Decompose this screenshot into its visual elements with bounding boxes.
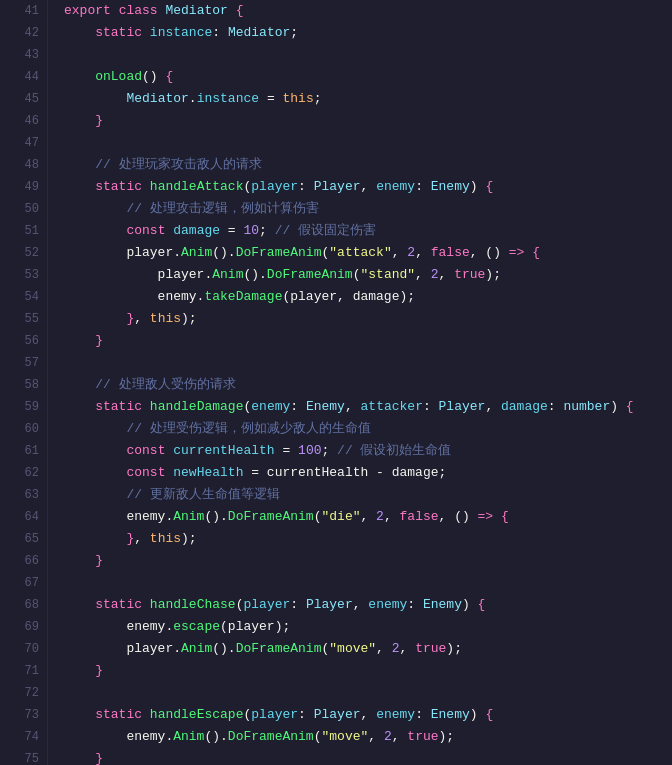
line-num-53: 53 (0, 264, 39, 286)
line-num-71: 71 (0, 660, 39, 682)
code-line-75: } (64, 748, 672, 765)
code-line-69: enemy.escape(player); (64, 616, 672, 638)
line-num-47: 47 (0, 132, 39, 154)
code-line-55: }, this); (64, 308, 672, 330)
code-line-74: enemy.Anim().DoFrameAnim("move", 2, true… (64, 726, 672, 748)
line-num-64: 64 (0, 506, 39, 528)
code-line-49: static handleAttack(player: Player, enem… (64, 176, 672, 198)
code-line-59: static handleDamage(enemy: Enemy, attack… (64, 396, 672, 418)
code-line-42: static instance: Mediator; (64, 22, 672, 44)
code-line-67 (64, 572, 672, 594)
line-num-55: 55 (0, 308, 39, 330)
code-line-65: }, this); (64, 528, 672, 550)
line-num-54: 54 (0, 286, 39, 308)
line-num-63: 63 (0, 484, 39, 506)
line-num-48: 48 (0, 154, 39, 176)
line-num-41: 41 (0, 0, 39, 22)
line-num-60: 60 (0, 418, 39, 440)
code-line-45: Mediator.instance = this; (64, 88, 672, 110)
line-num-70: 70 (0, 638, 39, 660)
line-num-46: 46 (0, 110, 39, 132)
line-num-74: 74 (0, 726, 39, 748)
line-number-gutter: 41 42 43 44 45 46 47 48 49 50 51 52 53 5… (0, 0, 48, 765)
line-num-69: 69 (0, 616, 39, 638)
code-line-72 (64, 682, 672, 704)
line-num-68: 68 (0, 594, 39, 616)
code-content: export class Mediator { static instance:… (48, 0, 672, 765)
code-line-56: } (64, 330, 672, 352)
code-line-58: // 处理敌人受伤的请求 (64, 374, 672, 396)
line-num-66: 66 (0, 550, 39, 572)
line-num-56: 56 (0, 330, 39, 352)
code-line-51: const damage = 10; // 假设固定伤害 (64, 220, 672, 242)
code-line-62: const newHealth = currentHealth - damage… (64, 462, 672, 484)
code-line-46: } (64, 110, 672, 132)
line-num-58: 58 (0, 374, 39, 396)
line-num-67: 67 (0, 572, 39, 594)
code-line-66: } (64, 550, 672, 572)
line-num-52: 52 (0, 242, 39, 264)
line-num-50: 50 (0, 198, 39, 220)
code-line-50: // 处理攻击逻辑，例如计算伤害 (64, 198, 672, 220)
line-num-44: 44 (0, 66, 39, 88)
code-line-41: export class Mediator { (64, 0, 672, 22)
line-num-62: 62 (0, 462, 39, 484)
line-num-72: 72 (0, 682, 39, 704)
line-num-73: 73 (0, 704, 39, 726)
code-line-61: const currentHealth = 100; // 假设初始生命值 (64, 440, 672, 462)
line-num-61: 61 (0, 440, 39, 462)
line-num-43: 43 (0, 44, 39, 66)
code-line-68: static handleChase(player: Player, enemy… (64, 594, 672, 616)
code-line-47 (64, 132, 672, 154)
code-line-57 (64, 352, 672, 374)
line-num-51: 51 (0, 220, 39, 242)
line-num-49: 49 (0, 176, 39, 198)
code-line-53: player.Anim().DoFrameAnim("stand", 2, tr… (64, 264, 672, 286)
line-num-45: 45 (0, 88, 39, 110)
code-line-52: player.Anim().DoFrameAnim("attack", 2, f… (64, 242, 672, 264)
line-num-59: 59 (0, 396, 39, 418)
code-line-44: onLoad() { (64, 66, 672, 88)
code-line-43 (64, 44, 672, 66)
code-line-73: static handleEscape(player: Player, enem… (64, 704, 672, 726)
code-editor: 41 42 43 44 45 46 47 48 49 50 51 52 53 5… (0, 0, 672, 765)
code-line-48: // 处理玩家攻击敌人的请求 (64, 154, 672, 176)
line-num-42: 42 (0, 22, 39, 44)
line-num-75: 75 (0, 748, 39, 765)
code-line-60: // 处理受伤逻辑，例如减少敌人的生命值 (64, 418, 672, 440)
line-num-57: 57 (0, 352, 39, 374)
code-line-64: enemy.Anim().DoFrameAnim("die", 2, false… (64, 506, 672, 528)
code-line-71: } (64, 660, 672, 682)
line-num-65: 65 (0, 528, 39, 550)
code-line-54: enemy.takeDamage(player, damage); (64, 286, 672, 308)
code-line-70: player.Anim().DoFrameAnim("move", 2, tru… (64, 638, 672, 660)
code-line-63: // 更新敌人生命值等逻辑 (64, 484, 672, 506)
